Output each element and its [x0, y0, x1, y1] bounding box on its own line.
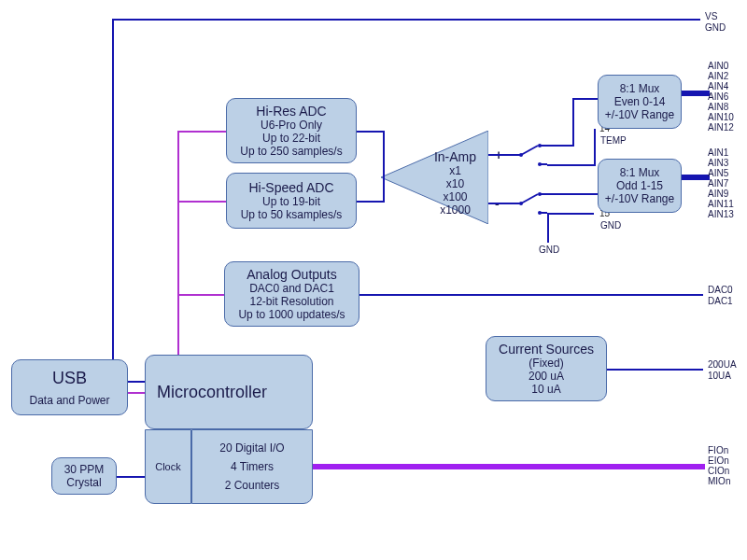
- crystal-wire: [117, 476, 145, 478]
- usb-l1: Data and Power: [29, 394, 109, 407]
- ain7: AIN7: [708, 178, 734, 189]
- ain5: AIN5: [708, 168, 734, 178]
- inamp-gnd-label: GND: [539, 245, 559, 255]
- ain9: AIN9: [708, 189, 734, 199]
- sw1-to-v: [554, 145, 572, 147]
- analog-out-l1: DAC0 and DAC1: [249, 282, 334, 295]
- sw1-v-up: [572, 98, 574, 147]
- analog-out-box: Analog Outputs DAC0 and DAC1 12-bit Reso…: [224, 261, 359, 327]
- switch-plus: [512, 138, 554, 172]
- hispeed-out: [357, 201, 385, 203]
- mux2-box: 8:1 Mux Odd 1-15 +/-10V Range: [598, 159, 682, 213]
- ain6: AIN6: [708, 91, 734, 102]
- inamp-l1: x1: [420, 164, 490, 177]
- digital-l3: 2 Counters: [225, 479, 280, 492]
- ain4: AIN4: [708, 81, 734, 91]
- usb-wire-1: [128, 381, 145, 383]
- sw2-to-mux: [554, 193, 598, 195]
- current-wire: [607, 369, 703, 371]
- inamp-title: In-Amp: [420, 149, 490, 164]
- svg-point-6: [538, 144, 542, 147]
- gnd15-label: GND: [600, 220, 621, 231]
- crystal-box: 30 PPM Crystal: [51, 457, 117, 495]
- dac-wire: [359, 294, 703, 296]
- mion: MIOn: [708, 476, 730, 486]
- inamp-l3: x100: [420, 190, 490, 203]
- hires-l3: Up to 250 samples/s: [240, 145, 342, 158]
- crystal-l2: Crystal: [66, 476, 101, 489]
- clock-label: Clock: [155, 461, 181, 472]
- mux2-bus: [682, 175, 710, 180]
- ain2: AIN2: [708, 71, 734, 81]
- mux2-l1: Odd 1-15: [616, 179, 663, 192]
- svg-point-5: [519, 153, 523, 157]
- mcu-to-hispeed: [177, 201, 226, 203]
- digital-l1: 20 Digital I/O: [219, 441, 284, 455]
- temp-wire-h: [547, 164, 596, 166]
- current-title: Current Sources: [499, 342, 594, 357]
- ain-odd-labels: AIN1 AIN3 AIN5 AIN7 AIN9 AIN11 AIN13: [708, 147, 734, 219]
- dio-labels: FIOn EIOn CIOn MIOn: [708, 445, 730, 486]
- ain12: AIN12: [708, 122, 734, 133]
- dac1-label: DAC1: [708, 296, 733, 306]
- svg-point-7: [538, 162, 542, 166]
- usb-box: USB Data and Power: [11, 359, 128, 415]
- mux1-title: 8:1 Mux: [620, 82, 660, 95]
- mux1-box: 8:1 Mux Even 0-14 +/-10V Range: [598, 75, 682, 129]
- ain8: AIN8: [708, 102, 734, 112]
- ua200-label: 200UA: [708, 359, 737, 370]
- svg-line-2: [521, 146, 538, 155]
- mcu-bus-v: [177, 131, 179, 355]
- gnd15-wire: [547, 213, 594, 215]
- mux2-title: 8:1 Mux: [620, 166, 660, 179]
- current-l1: (Fixed): [529, 357, 563, 370]
- mcu-to-hires: [177, 131, 226, 133]
- ain10: AIN10: [708, 112, 734, 122]
- eion: EIOn: [708, 455, 730, 466]
- temp-label: TEMP: [600, 135, 627, 146]
- hires-l2: Up to 22-bit: [262, 132, 320, 145]
- clock-box: Clock: [145, 429, 191, 504]
- current-l3: 10 uA: [531, 383, 560, 396]
- svg-line-9: [521, 194, 538, 203]
- ain13: AIN13: [708, 209, 734, 219]
- hires-out: [357, 131, 385, 133]
- hispeed-l1: Up to 19-bit: [262, 195, 320, 208]
- inamp-l2: x10: [420, 177, 490, 190]
- hispeed-l2: Up to 50 ksamples/s: [241, 208, 343, 221]
- inamp-plus-wire: [488, 154, 512, 156]
- digital-l2: 4 Timers: [231, 460, 274, 473]
- analog-out-title: Analog Outputs: [247, 267, 337, 282]
- ua10-label: 10UA: [708, 371, 731, 381]
- hispeed-title: Hi-Speed ADC: [248, 180, 333, 195]
- mux1-l2: +/-10V Range: [605, 108, 674, 121]
- adc-join-v: [383, 131, 385, 203]
- usb-title: USB: [52, 369, 87, 388]
- sw1-h-mux: [572, 98, 598, 100]
- usb-wire-2: [128, 392, 145, 394]
- ain11: AIN11: [708, 199, 734, 209]
- temp-wire-v: [594, 129, 596, 166]
- minus-gnd-v: [547, 213, 549, 243]
- analog-out-l3: Up to 1000 updates/s: [238, 308, 345, 321]
- ain1: AIN1: [708, 147, 734, 158]
- pin-gnd-top: GND: [705, 22, 726, 33]
- hispeed-adc-box: Hi-Speed ADC Up to 19-bit Up to 50 ksamp…: [226, 173, 357, 229]
- svg-point-14: [538, 211, 542, 215]
- pin-vs: VS: [705, 11, 717, 21]
- mux1-l1: Even 0-14: [614, 95, 666, 108]
- inamp-l4: x1000: [420, 203, 490, 217]
- mux2-l2: +/-10V Range: [605, 192, 674, 205]
- mcu-to-analogout: [177, 294, 224, 296]
- crystal-l1: 30 PPM: [64, 463, 105, 476]
- current-sources-box: Current Sources (Fixed) 200 uA 10 uA: [486, 336, 607, 401]
- cion: CIOn: [708, 466, 730, 476]
- dio-bus: [313, 464, 705, 469]
- dac0-label: DAC0: [708, 285, 733, 295]
- ain-even-labels: AIN0 AIN2 AIN4 AIN6 AIN8 AIN10 AIN12: [708, 61, 734, 133]
- vs-rail-horizontal: [112, 19, 700, 21]
- inamp-text: In-Amp x1 x10 x100 x1000: [420, 149, 490, 217]
- mcu-title: Microcontroller: [157, 383, 267, 402]
- current-l2: 200 uA: [529, 370, 564, 383]
- ain3: AIN3: [708, 158, 734, 168]
